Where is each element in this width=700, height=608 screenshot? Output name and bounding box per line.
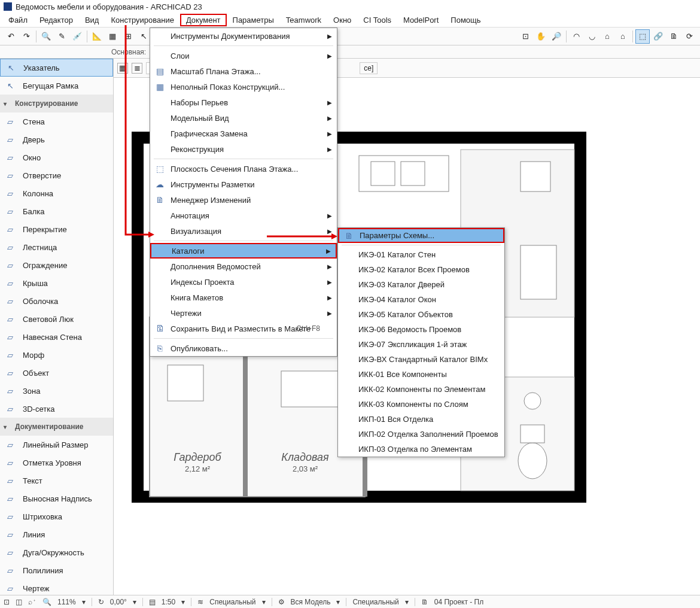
tool-Лестница[interactable]: ▱Лестница bbox=[0, 238, 113, 256]
menu-ci tools[interactable]: CI Tools bbox=[357, 14, 397, 26]
sb-scale-icon[interactable]: ▤ bbox=[149, 598, 156, 606]
tool-Штриховка[interactable]: ▱Штриховка bbox=[0, 507, 113, 525]
opt4[interactable]: 04 Проект - Пл bbox=[434, 598, 484, 606]
tool-Линейный Размер[interactable]: ▱Линейный Размер bbox=[0, 436, 113, 454]
tool-Балка[interactable]: ▱Балка bbox=[0, 202, 113, 220]
tool-3D-сетка[interactable]: ▱3D-сетка bbox=[0, 400, 113, 418]
tool-Морф[interactable]: ▱Морф bbox=[0, 346, 113, 364]
sb-opt1-icon[interactable]: ≋ bbox=[197, 598, 203, 606]
sb-icon3[interactable]: ⌕⁺ bbox=[28, 598, 36, 606]
tool-Текст[interactable]: ▱Текст bbox=[0, 472, 113, 490]
menu-item[interactable]: Аннотация▶ bbox=[150, 208, 337, 223]
arc1-button[interactable]: ◠ bbox=[569, 29, 583, 44]
cursor-button[interactable]: ↖ bbox=[136, 29, 151, 44]
submenu-item[interactable]: ИКК-01 Все Компоненты bbox=[338, 367, 504, 382]
home-button[interactable]: ⌂ bbox=[616, 29, 630, 44]
menu-item[interactable]: ☁Инструменты Разметки bbox=[150, 177, 337, 192]
tool-Бегущая Рамка[interactable]: ↖Бегущая Рамка bbox=[0, 77, 113, 95]
menu-item[interactable]: Визуализация▶ bbox=[150, 223, 337, 239]
tool-Отметка Уровня[interactable]: ▱Отметка Уровня bbox=[0, 454, 113, 472]
menu-item[interactable]: Инструменты Документирования▶ bbox=[150, 28, 337, 44]
opt2[interactable]: Вся Модель bbox=[291, 598, 331, 606]
submenu-item[interactable]: ИКК-03 Компоненты по Слоям bbox=[338, 397, 504, 412]
submenu-item[interactable]: ИКЭ-05 Каталог Объектов bbox=[338, 307, 504, 322]
menu-помощь[interactable]: Помощь bbox=[445, 14, 486, 26]
sb-opt2-icon[interactable]: ⚙ bbox=[278, 598, 285, 606]
submenu-item[interactable]: ИКЭ-ВХ Стандартный Каталог BIMx bbox=[338, 352, 504, 367]
submenu-item[interactable]: ИКЭ-07 Экспликация 1-й этаж bbox=[338, 337, 504, 352]
submenu-item[interactable]: ИКЭ-04 Каталог Окон bbox=[338, 292, 504, 307]
menu-item[interactable]: Чертежи▶ bbox=[150, 305, 337, 321]
redo-button[interactable]: ↷ bbox=[19, 29, 34, 44]
tool-Оболочка[interactable]: ▱Оболочка bbox=[0, 292, 113, 310]
menu-item[interactable]: Каталоги▶ bbox=[150, 243, 337, 259]
menu-item[interactable]: ▦Неполный Показ Конструкций... bbox=[150, 79, 337, 95]
sb-opt4-icon[interactable]: 🗎 bbox=[421, 598, 428, 606]
rotate-button[interactable]: ⟳ bbox=[682, 29, 696, 44]
grid-icon[interactable]: ▦ bbox=[117, 63, 128, 74]
tool-Колонна[interactable]: ▱Колонна bbox=[0, 184, 113, 202]
menu-item[interactable]: Графическая Замена▶ bbox=[150, 126, 337, 141]
menu-item[interactable]: Дополнения Ведомостей▶ bbox=[150, 259, 337, 274]
eyedrop-button[interactable]: ✎ bbox=[54, 29, 69, 44]
select-button[interactable]: ⬚ bbox=[635, 29, 650, 44]
submenu-item[interactable]: 🗎Параметры Схемы... bbox=[338, 228, 504, 243]
tool-Объект[interactable]: ▱Объект bbox=[0, 364, 113, 382]
angle-value[interactable]: 0,00° bbox=[110, 598, 127, 606]
menu-bar[interactable]: ФайлРедакторВидКонструированиеДокументПа… bbox=[0, 13, 700, 28]
menu-item[interactable]: ▤Масштаб Плана Этажа... bbox=[150, 63, 337, 79]
grid-button[interactable]: ▦ bbox=[105, 29, 120, 44]
submenu-item[interactable]: ИКЭ-03 Каталог Дверей bbox=[338, 277, 504, 292]
tool-Световой Люк[interactable]: ▱Световой Люк bbox=[0, 310, 113, 328]
arc3-button[interactable]: ⌂ bbox=[600, 29, 614, 44]
opt3[interactable]: Специальный bbox=[352, 598, 398, 606]
menu-modelport[interactable]: ModelPort bbox=[397, 14, 445, 26]
menu-item[interactable]: Слои▶ bbox=[150, 48, 337, 63]
tool-Указатель[interactable]: ↖Указатель bbox=[0, 59, 113, 77]
submenu-item[interactable]: ИКП-03 Отделка по Элементам bbox=[338, 442, 504, 457]
menu-item[interactable]: ⎘Опубликовать... bbox=[150, 341, 337, 356]
zoom-value[interactable]: 111% bbox=[57, 598, 76, 606]
tool-Крыша[interactable]: ▱Крыша bbox=[0, 274, 113, 292]
tool-Навесная Стена[interactable]: ▱Навесная Стена bbox=[0, 328, 113, 346]
catalogs-submenu[interactable]: 🗎Параметры Схемы...ИКЭ-01 Каталог СтенИК… bbox=[337, 227, 505, 457]
tool-Ограждение[interactable]: ▱Ограждение bbox=[0, 256, 113, 274]
tool-Дуга/Окружность[interactable]: ▱Дуга/Окружность bbox=[0, 543, 113, 561]
menu-item[interactable]: Модельный Вид▶ bbox=[150, 110, 337, 126]
menu-item[interactable]: Индексы Проекта▶ bbox=[150, 274, 337, 290]
layer-button[interactable]: 🗎 bbox=[666, 29, 681, 44]
snap-button[interactable]: ⊞ bbox=[121, 29, 135, 44]
stack-icon[interactable]: ≣ bbox=[132, 63, 142, 74]
menu-teamwork[interactable]: Teamwork bbox=[280, 14, 327, 26]
section-Конструирование[interactable]: ▾Конструирование bbox=[0, 95, 113, 113]
menu-item[interactable]: 🗎Менеджер Изменений bbox=[150, 192, 337, 208]
menu-файл[interactable]: Файл bbox=[2, 14, 34, 26]
tool-Стена[interactable]: ▱Стена bbox=[0, 113, 113, 130]
ruler-button[interactable]: 📐 bbox=[90, 29, 104, 44]
sb-icon1[interactable]: ⊡ bbox=[4, 598, 10, 606]
submenu-item[interactable]: ИКЭ-01 Каталог Стен bbox=[338, 247, 504, 262]
sb-icon2[interactable]: ◫ bbox=[16, 598, 22, 606]
search-button[interactable]: 🔍 bbox=[39, 29, 53, 44]
sb-icon4[interactable]: 🔍 bbox=[42, 598, 51, 606]
menu-редактор[interactable]: Редактор bbox=[34, 14, 79, 26]
scale-value[interactable]: 1:50 bbox=[162, 598, 175, 606]
submenu-item[interactable]: ИКП-02 Отделка Заполнений Проемов bbox=[338, 427, 504, 442]
menu-item[interactable]: Наборы Перьев▶ bbox=[150, 95, 337, 110]
menu-вид[interactable]: Вид bbox=[79, 14, 105, 26]
submenu-item[interactable]: ИКЭ-02 Каталог Всех Проемов bbox=[338, 262, 504, 277]
view-button[interactable]: ⊡ bbox=[518, 29, 532, 44]
tool-Чертеж[interactable]: ▱Чертеж bbox=[0, 579, 113, 595]
section-Документирование[interactable]: ▾Документирование bbox=[0, 418, 113, 436]
tool-Линия[interactable]: ▱Линия bbox=[0, 525, 113, 543]
submenu-item[interactable]: ИКК-02 Компоненты по Элементам bbox=[338, 382, 504, 397]
sb-angle-icon[interactable]: ↻ bbox=[98, 598, 104, 606]
tool-Полилиния[interactable]: ▱Полилиния bbox=[0, 561, 113, 579]
submenu-item[interactable]: ИКЭ-06 Ведомость Проемов bbox=[338, 322, 504, 337]
tool-Отверстие[interactable]: ▱Отверстие bbox=[0, 166, 113, 184]
arc2-button[interactable]: ◡ bbox=[585, 29, 599, 44]
menu-item[interactable]: 🖻Сохранить Вид и Разместить в МакетеCtrl… bbox=[150, 321, 337, 336]
menu-параметры[interactable]: Параметры bbox=[227, 14, 280, 26]
menu-item[interactable]: Реконструкция▶ bbox=[150, 141, 337, 157]
submenu-item[interactable]: ИКП-01 Вся Отделка bbox=[338, 412, 504, 427]
